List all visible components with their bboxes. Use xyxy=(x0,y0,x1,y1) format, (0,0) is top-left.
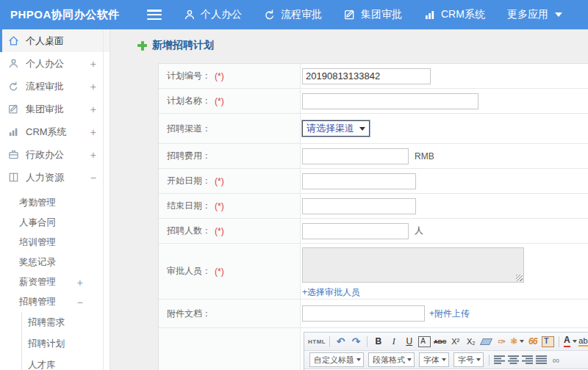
align-center-icon[interactable] xyxy=(507,355,520,365)
paragraph-format-select[interactable]: 段落格式 xyxy=(368,352,415,367)
sidebar-item-crm-system[interactable]: CRM系统 + xyxy=(0,120,110,143)
blockquote-button[interactable]: 66 xyxy=(526,335,539,348)
main-content: 新增招聘计划 计划编号： (*) 计划名称： (*) xyxy=(110,29,588,370)
resize-grip[interactable] xyxy=(516,275,523,281)
required-marker: (*) xyxy=(215,201,224,211)
field-label: 招聘渠道： xyxy=(159,114,301,143)
plan-name-input[interactable] xyxy=(302,93,478,109)
align-right-icon[interactable] xyxy=(521,355,534,365)
flow-arrow-icon xyxy=(8,81,19,92)
start-date-input[interactable] xyxy=(302,173,416,189)
label-text: 计划名称： xyxy=(167,95,211,107)
italic-button[interactable]: I xyxy=(387,335,401,348)
label-text: 招聘费用： xyxy=(167,150,211,162)
label-text: 开始日期： xyxy=(167,175,211,187)
required-marker: (*) xyxy=(215,96,224,106)
collapse-icon[interactable]: − xyxy=(77,297,83,308)
sidebar-item-recruitment-demand[interactable]: 招聘需求 xyxy=(22,312,110,333)
topnav-more-apps[interactable]: 更多应用 xyxy=(507,8,562,21)
field-label: 计划编号： (*) xyxy=(159,64,301,88)
attachment-input[interactable] xyxy=(302,305,425,322)
bar-chart-icon xyxy=(8,126,19,137)
sidebar-item-personal-desktop[interactable]: 个人桌面 xyxy=(0,29,110,52)
sidebar-item-human-resources[interactable]: 人力资源 − xyxy=(0,166,110,189)
fee-input[interactable] xyxy=(302,148,409,164)
approvers-textarea[interactable] xyxy=(302,247,524,283)
sidebar-item-group-approval[interactable]: 集团审批 + xyxy=(0,98,110,120)
expand-icon[interactable]: + xyxy=(90,104,96,115)
align-justify-icon[interactable] xyxy=(535,355,548,365)
expand-icon[interactable]: + xyxy=(90,59,96,69)
app-logo[interactable]: PHPOA协同办公软件 xyxy=(10,8,140,22)
font-color-button[interactable]: A xyxy=(563,335,577,348)
html-source-button[interactable]: HTML xyxy=(308,335,326,348)
expand-icon[interactable]: + xyxy=(90,127,96,137)
strikethrough-button[interactable]: ABC xyxy=(433,335,447,348)
sidebar-item-salary-mgmt[interactable]: 薪资管理 + xyxy=(0,272,110,292)
topnav-workflow-approval[interactable]: 流程审批 xyxy=(264,8,322,21)
bold-button[interactable]: B xyxy=(371,335,385,348)
insert-link-icon[interactable]: ∞ xyxy=(549,353,563,366)
sidebar-item-attendance-mgmt[interactable]: 考勤管理 xyxy=(0,193,110,213)
choose-approver-link[interactable]: +选择审批人员 xyxy=(302,286,360,299)
end-date-input[interactable] xyxy=(302,198,416,214)
align-left-icon[interactable] xyxy=(493,355,506,365)
page-title: 新增招聘计划 xyxy=(152,39,214,52)
format-brush-icon[interactable]: ✑ xyxy=(495,335,509,348)
field-label: 审批人员： (*) xyxy=(159,244,301,299)
topnav-crm-system[interactable]: CRM系统 xyxy=(424,8,485,21)
sidebar-item-recruitment-mgmt[interactable]: 招聘管理 − xyxy=(0,292,110,312)
required-marker: (*) xyxy=(215,266,224,277)
sidebar-item-recruitment-plan[interactable]: 招聘计划 xyxy=(22,333,110,355)
custom-title-select[interactable]: 自定义标题 xyxy=(309,352,364,367)
sidebar-item-admin-office[interactable]: 行政办公 + xyxy=(0,143,110,166)
add-plus-icon xyxy=(137,41,147,51)
expand-icon[interactable]: + xyxy=(77,278,83,288)
chevron-down-icon xyxy=(476,358,481,361)
highlight-color-button[interactable]: ab xyxy=(578,335,588,348)
sidebar-item-workflow-approval[interactable]: 流程审批 + xyxy=(0,75,110,98)
sidebar-item-personnel-contract[interactable]: 人事合同 xyxy=(0,213,110,233)
chevron-down-icon xyxy=(356,358,361,361)
auto-typeset-button[interactable]: ❃ xyxy=(510,335,524,348)
superscript-button[interactable]: X² xyxy=(448,335,462,348)
eraser-icon[interactable] xyxy=(479,335,493,348)
font-size-select[interactable]: 字号 xyxy=(453,352,484,367)
menu-toggle-icon[interactable] xyxy=(147,10,162,20)
sidebar-item-label: 人力资源 xyxy=(26,171,64,184)
topnav-personal-office[interactable]: 个人办公 xyxy=(184,8,242,21)
sidebar-item-label: 个人办公 xyxy=(26,57,64,70)
sidebar-item-label: 考勤管理 xyxy=(19,197,56,209)
sidebar-item-label: 奖惩记录 xyxy=(19,256,56,269)
headcount-input[interactable] xyxy=(302,223,409,239)
label-text: 招聘渠道： xyxy=(167,123,211,135)
paste-plain-text-button[interactable]: T xyxy=(542,336,554,347)
collapse-icon[interactable]: − xyxy=(90,173,96,183)
field-label: 招聘人数： (*) xyxy=(159,219,301,243)
recruitment-submenu: 招聘需求 招聘计划 人才库 xyxy=(21,312,110,370)
expand-icon[interactable]: + xyxy=(90,150,96,160)
sidebar-item-personal-office[interactable]: 个人办公 + xyxy=(0,52,110,75)
font-family-select[interactable]: 字体 xyxy=(419,352,449,367)
chevron-down-icon xyxy=(359,127,365,131)
underline-button[interactable]: U xyxy=(402,335,416,348)
undo-icon[interactable]: ↶ xyxy=(334,335,348,348)
subscript-button[interactable]: X₂ xyxy=(464,335,478,348)
field-label: 开始日期： (*) xyxy=(159,169,301,193)
attachment-upload-link[interactable]: +附件上传 xyxy=(429,308,470,320)
plan-number-input[interactable] xyxy=(302,68,431,84)
headcount-unit-label: 人 xyxy=(415,225,423,237)
topnav-group-approval[interactable]: 集团审批 xyxy=(344,8,402,21)
hr-submenu: 考勤管理 人事合同 培训管理 奖惩记录 薪资管理 + 招聘管理 − 招聘需求 xyxy=(0,189,110,370)
book-icon xyxy=(8,172,19,183)
expand-icon[interactable]: + xyxy=(90,81,96,92)
redo-icon[interactable]: ↷ xyxy=(349,335,363,348)
sidebar-item-reward-punishment[interactable]: 奖惩记录 xyxy=(0,253,110,272)
sidebar-item-label: 人才库 xyxy=(28,359,56,370)
char-border-button[interactable]: A xyxy=(418,336,431,347)
sidebar-item-training-mgmt[interactable]: 培训管理 xyxy=(0,233,110,253)
select-value: 自定义标题 xyxy=(314,355,354,366)
sidebar-scrollbar[interactable] xyxy=(103,29,104,370)
sidebar-item-talent-pool[interactable]: 人才库 xyxy=(22,355,110,370)
channel-select[interactable]: 请选择渠道 xyxy=(302,120,370,137)
